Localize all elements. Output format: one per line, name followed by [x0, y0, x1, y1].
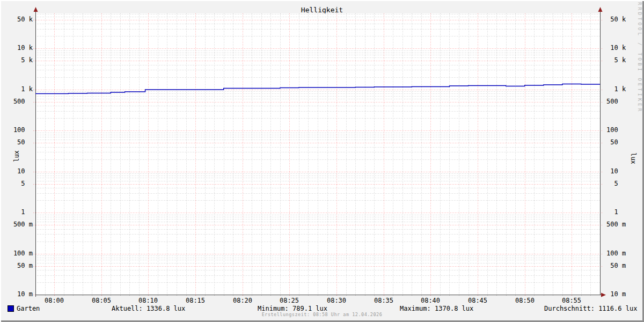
stat-maximum: Maximum: 1370.8 lux: [400, 305, 473, 312]
arrow-right: [601, 293, 606, 297]
series-name: Garten: [17, 305, 40, 312]
arrow-up-right: [598, 7, 603, 12]
stat-minimum: Minimum: 789.1 lux: [258, 305, 327, 312]
stat-durchschnitt: Durchschnitt: 1116.6 lux: [544, 305, 637, 312]
arrow-up-left: [34, 7, 38, 12]
chart-plot-area: [0, 0, 644, 322]
stat-aktuell: Aktuell: 1336.8 lux: [112, 305, 185, 312]
creation-time: Erstellungszeit: 08:58 Uhr am 12.04.2026: [0, 312, 644, 317]
series-color-swatch: [8, 305, 14, 312]
rrdtool-graph: Helligkeit RRDTOOL / TOBI OETIKER lux lu…: [0, 0, 644, 322]
